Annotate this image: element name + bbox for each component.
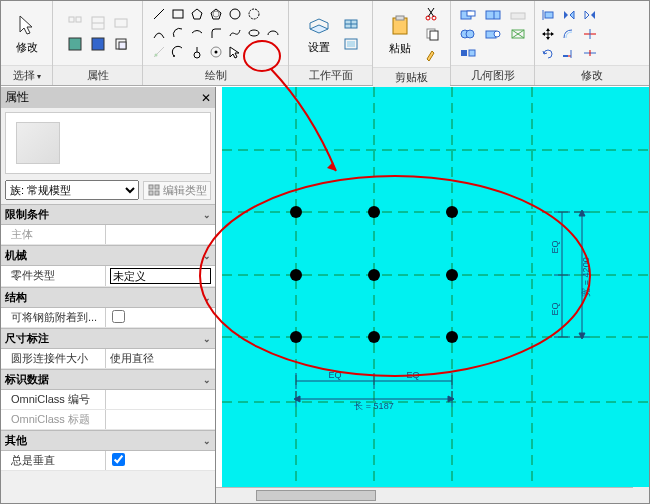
svg-point-19 xyxy=(173,55,175,57)
circle-dash-icon[interactable] xyxy=(245,5,263,23)
prop-btn-4[interactable] xyxy=(64,34,86,54)
svg-point-20 xyxy=(194,52,200,58)
panel-geometry-label: 几何图形 xyxy=(451,65,534,85)
svg-point-23 xyxy=(214,51,217,54)
paste-button[interactable]: 粘贴 xyxy=(381,4,419,64)
panel-clipboard: 粘贴 剪贴板 xyxy=(373,1,451,85)
edit-type-button[interactable]: 编辑类型 xyxy=(143,181,211,200)
group-constraints[interactable]: 限制条件⌄ xyxy=(1,204,215,225)
set-workplane-button[interactable]: 设置 xyxy=(300,3,338,63)
svg-point-71 xyxy=(290,206,302,218)
notch-button[interactable] xyxy=(456,6,480,24)
cut-geo-button[interactable] xyxy=(481,6,505,24)
scrollbar-thumb[interactable] xyxy=(256,490,376,501)
panel-properties: 属性 xyxy=(53,1,143,85)
mirror-draw-button[interactable] xyxy=(580,6,600,24)
show-plane-button[interactable] xyxy=(340,13,362,33)
polygon-in-icon[interactable] xyxy=(188,5,206,23)
prop-btn-6[interactable] xyxy=(110,34,132,54)
prop-always-vertical: 总是垂直 xyxy=(1,451,215,471)
panel-draw-label: 绘制 xyxy=(143,65,288,85)
ellipse-icon[interactable] xyxy=(245,24,263,42)
collapse-icon[interactable]: ⌄ xyxy=(203,436,211,446)
prop-host: 主体 xyxy=(1,225,215,245)
fillet-icon[interactable] xyxy=(207,24,225,42)
arc-center-icon[interactable] xyxy=(169,24,187,42)
svg-rect-59 xyxy=(155,185,159,189)
collapse-icon[interactable]: ⌄ xyxy=(203,210,211,220)
group-structural[interactable]: 结构⌄ xyxy=(1,287,215,308)
group-dimensions[interactable]: 尺寸标注⌄ xyxy=(1,328,215,349)
polygon-out-icon[interactable] xyxy=(207,5,225,23)
collapse-icon[interactable]: ⌄ xyxy=(203,293,211,303)
paste-icon xyxy=(387,13,413,39)
match-button[interactable] xyxy=(421,45,443,65)
extend-button[interactable] xyxy=(559,44,579,62)
drawing-canvas[interactable]: EQ EQ 长 = 5187 EQ EQ 宽 = 4200 xyxy=(216,87,649,503)
offset2-button[interactable] xyxy=(559,25,579,43)
svg-rect-41 xyxy=(511,13,525,19)
cut-button[interactable] xyxy=(421,3,443,23)
join-button[interactable] xyxy=(456,25,480,43)
edit-type-icon xyxy=(147,183,161,197)
group-mechanical[interactable]: 机械⌄ xyxy=(1,245,215,266)
copy-button[interactable] xyxy=(421,24,443,44)
arc-start-icon[interactable] xyxy=(150,24,168,42)
plane-viewer-button[interactable] xyxy=(340,34,362,54)
void-button[interactable] xyxy=(506,25,530,43)
trim-button[interactable] xyxy=(580,25,600,43)
mirror-axis-button[interactable] xyxy=(559,6,579,24)
circle-icon[interactable] xyxy=(226,5,244,23)
workplane-icon xyxy=(306,12,332,38)
horizontal-scrollbar[interactable] xyxy=(216,487,633,503)
move-button[interactable] xyxy=(538,25,558,43)
spline-icon[interactable] xyxy=(226,24,244,42)
split-button[interactable] xyxy=(456,44,480,62)
collapse-icon[interactable]: ⌄ xyxy=(203,251,211,261)
blank2 xyxy=(245,43,263,61)
svg-point-74 xyxy=(290,269,302,281)
wall-button xyxy=(506,6,530,24)
offset-icon[interactable] xyxy=(169,43,187,61)
pick-icon[interactable] xyxy=(226,43,244,61)
arc-tan-icon[interactable] xyxy=(188,24,206,42)
point-icon[interactable] xyxy=(207,43,225,61)
half-ellipse-icon[interactable] xyxy=(264,24,282,42)
group-identity[interactable]: 标识数据⌄ xyxy=(1,369,215,390)
properties-title-bar: 属性 ✕ xyxy=(1,87,215,108)
split2-button[interactable] xyxy=(580,44,600,62)
part-type-input[interactable] xyxy=(110,268,211,284)
svg-point-75 xyxy=(368,269,380,281)
rebar-checkbox[interactable] xyxy=(112,310,125,323)
prop-btn-5[interactable] xyxy=(87,34,109,54)
svg-rect-28 xyxy=(347,41,355,47)
properties-panel: 属性 ✕ 族: 常规模型 编辑类型 限制条件⌄ 主体 机械⌄ 零件类型 结构⌄ … xyxy=(1,87,216,503)
pick-edge-icon[interactable] xyxy=(188,43,206,61)
svg-point-45 xyxy=(494,31,500,37)
rotate-button[interactable] xyxy=(538,44,558,62)
edit-type-label: 编辑类型 xyxy=(163,183,207,198)
cut2-button[interactable] xyxy=(481,25,505,43)
align-button[interactable] xyxy=(538,6,558,24)
svg-text:EQ: EQ xyxy=(328,370,341,380)
line-icon[interactable] xyxy=(150,5,168,23)
paste-label: 粘贴 xyxy=(389,41,411,56)
collapse-icon[interactable]: ⌄ xyxy=(203,375,211,385)
svg-text:EQ: EQ xyxy=(550,302,560,315)
ribbon: 修改 选择▾ 属性 xyxy=(1,1,649,86)
drawing-surface[interactable]: EQ EQ 长 = 5187 EQ EQ 宽 = 4200 xyxy=(222,87,649,503)
modify-button[interactable]: 修改 xyxy=(6,3,48,63)
scrollbar-corner xyxy=(633,487,649,503)
prop-omni-title: OmniClass 标题 xyxy=(1,410,215,430)
close-icon[interactable]: ✕ xyxy=(201,91,211,105)
group-other[interactable]: 其他⌄ xyxy=(1,430,215,451)
type-preview xyxy=(5,112,211,174)
prop-part-type: 零件类型 xyxy=(1,266,215,287)
rect-icon[interactable] xyxy=(169,5,187,23)
panel-select-label[interactable]: 选择▾ xyxy=(1,65,52,85)
always-vertical-checkbox[interactable] xyxy=(112,453,125,466)
panel-modify-label: 修改 xyxy=(535,65,649,85)
family-type-select[interactable]: 族: 常规模型 xyxy=(5,180,139,200)
svg-rect-2 xyxy=(92,17,104,29)
collapse-icon[interactable]: ⌄ xyxy=(203,334,211,344)
